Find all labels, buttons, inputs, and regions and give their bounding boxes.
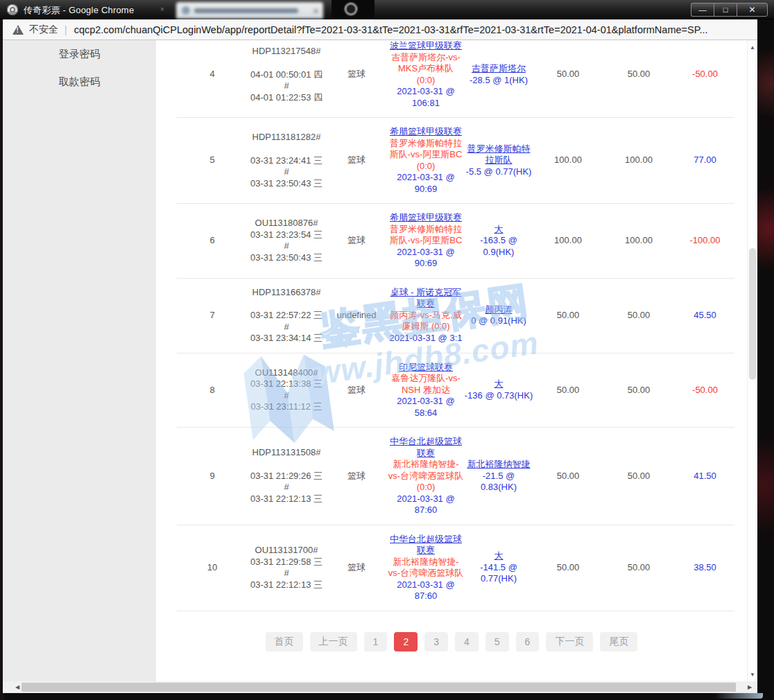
scroll-up-icon[interactable]: ▲ — [748, 42, 757, 53]
close-button[interactable]: ✕ — [737, 3, 768, 17]
not-secure-label[interactable]: 不安全 — [29, 24, 58, 36]
league-link[interactable]: 桌球 - 斯诺克冠军联赛 — [388, 287, 464, 310]
pagination-button[interactable]: 尾页 — [600, 632, 637, 651]
tab-favicon — [182, 6, 190, 15]
table-row: 6 OU113180876# 03-31 23:23:54 三 # 03-31 … — [177, 204, 734, 279]
bet-odds: -28.5 @ 1(HK) — [464, 75, 533, 87]
id-time-gap — [248, 459, 325, 471]
match-result: 2021-03-31 @ 87:60 — [388, 579, 464, 602]
blurred-tab[interactable]: ✕ — [176, 2, 323, 19]
bet-selection-link[interactable]: 新北裕隆纳智捷 — [464, 459, 533, 471]
bet-selection-link[interactable]: 大 — [464, 378, 533, 390]
match-result: 2021-03-31 @ 90:69 — [388, 247, 464, 270]
pagination-button[interactable]: 1 — [364, 632, 388, 651]
pagination-button[interactable]: 6 — [516, 632, 540, 651]
bet-id-cell: OU113180876# 03-31 23:23:54 三 # 03-31 23… — [248, 218, 325, 263]
bet-odds: -136 @ 0.73(HK) — [464, 390, 533, 402]
match-result: 2021-03-31 @ 58:64 — [388, 396, 464, 419]
league-link[interactable]: 希腊篮球甲级联赛 — [388, 126, 464, 138]
minimize-button[interactable]: — — [691, 3, 714, 17]
pagination-button[interactable]: 首页 — [266, 632, 303, 651]
horizontal-scrollbar[interactable]: ◀ ▶ — [3, 681, 757, 693]
vertical-scrollbar[interactable]: ▲ ▼ — [747, 40, 757, 681]
bet-id: HDP113166378# — [248, 287, 325, 299]
page-content: 登录密码 取款密码 4 HDP113217548# 04-01 00:50:01… — [3, 40, 757, 681]
scroll-right-icon[interactable]: ▶ — [743, 681, 756, 693]
bet-selection-link[interactable]: 吉普萨斯塔尔 — [464, 63, 533, 75]
bet-cell: 大 -141.5 @ 0.77(HK) — [464, 550, 533, 585]
bet-odds: -21.5 @ 0.83(HK) — [464, 471, 533, 493]
match-result: 2021-03-31 @ 106:81 — [388, 86, 464, 109]
bet-time-separator: # — [248, 80, 325, 92]
match-result: 2021-03-31 @ 87:60 — [388, 493, 464, 516]
match-cell: 桌球 - 斯诺克冠军联赛 颜丙涛-vs-马克.威廉姆斯 (0:0) 2021-0… — [388, 287, 464, 344]
sidebar-item-login-password[interactable]: 登录密码 — [3, 40, 156, 68]
pagination-button[interactable]: 3 — [424, 632, 448, 651]
bet-amount: 50.00 — [533, 471, 603, 482]
url-bar[interactable]: 不安全 | cqcp2.com/chuanQiCPLoginWeb/app/re… — [3, 19, 757, 40]
league-link[interactable]: 希腊篮球甲级联赛 — [388, 212, 464, 224]
league-link[interactable]: 印尼篮球联赛 — [388, 362, 464, 374]
sidebar-item-withdraw-password[interactable]: 取款密码 — [3, 68, 156, 96]
bet-selection-link[interactable]: 大 — [464, 224, 533, 236]
window-title: 传奇彩票 - Google Chrome — [24, 4, 134, 17]
bet-selection-link[interactable]: 颜丙涛 — [464, 304, 533, 316]
sidebar: 登录密码 取款密码 — [3, 40, 156, 681]
profile-badge — [332, 0, 375, 19]
vertical-scroll-thumb[interactable] — [749, 248, 756, 380]
pagination-button[interactable]: 5 — [485, 632, 509, 651]
profit-amount: -100.00 — [675, 235, 735, 247]
bet-id-cell: HDP113166378# 03-31 22:57:22 三 # 03-31 2… — [248, 287, 325, 344]
bet-cell: 颜丙涛 0 @ 0.91(HK) — [464, 304, 533, 327]
bet-time-start: 04-01 00:50:01 四 — [248, 69, 325, 81]
maximize-button[interactable]: □ — [714, 3, 737, 17]
pagination-button[interactable]: 4 — [455, 632, 479, 651]
pagination: 首页 上一页 1 2 3 4 5 6 下一页 尾页 — [156, 632, 747, 651]
bet-id: OU113148400# — [248, 367, 325, 379]
chrome-icon — [7, 4, 18, 15]
match-cell: 希腊篮球甲级联赛 普罗米修斯帕特拉斯队-vs-阿里斯BC (0:0) 2021-… — [388, 126, 464, 195]
bet-amount: 100.00 — [533, 155, 603, 166]
match-teams: 嘉鲁达万隆队-vs-NSH 雅加达 — [388, 373, 464, 396]
pagination-button[interactable]: 下一页 — [546, 632, 593, 651]
id-time-gap — [248, 298, 325, 310]
ghost-close-icon: × — [160, 6, 166, 12]
bet-selection-link[interactable]: 大 — [464, 550, 533, 562]
bet-time-separator: # — [248, 322, 325, 333]
pagination-button[interactable]: 上一页 — [310, 632, 357, 651]
league-link[interactable]: 中华台北超级篮球联赛 — [388, 436, 464, 459]
row-number: 9 — [177, 471, 248, 482]
bet-time-start: 03-31 23:23:54 三 — [248, 229, 325, 241]
tab-title-blur — [194, 8, 298, 13]
bet-selection-link[interactable]: 普罗米修斯帕特拉斯队 — [464, 143, 533, 166]
league-link[interactable]: 中华台北超级篮球联赛 — [388, 534, 464, 557]
sport-cell: 篮球 — [325, 562, 388, 574]
match-teams: 吉普萨斯塔尔-vs-MKS卢布林队 (0:0) — [388, 52, 464, 87]
id-time-gap — [248, 58, 325, 69]
bet-amount: 50.00 — [533, 385, 603, 396]
league-link[interactable]: 波兰篮球甲级联赛 — [388, 40, 464, 52]
match-teams: 颜丙涛-vs-马克.威廉姆斯 (0:0) — [388, 310, 464, 333]
bet-time-separator: # — [248, 390, 325, 402]
row-number: 8 — [177, 385, 248, 396]
bet-odds: 0 @ 0.91(HK) — [464, 315, 533, 327]
valid-amount: 50.00 — [603, 471, 675, 482]
tab-close-icon[interactable]: ✕ — [313, 7, 319, 16]
table-row: 8 OU113148400# 03-31 22:13:38 三 # 03-31 … — [177, 353, 734, 428]
match-cell: 中华台北超级篮球联赛 新北裕隆纳智捷-vs-台湾啤酒篮球队 2021-03-31… — [388, 534, 464, 602]
match-teams: 普罗米修斯帕特拉斯队-vs-阿里斯BC (0:0) — [388, 138, 464, 173]
horizontal-scroll-thumb[interactable] — [22, 683, 736, 692]
profit-amount: -50.00 — [675, 385, 735, 396]
sport-cell: 篮球 — [325, 69, 388, 80]
bet-time-separator: # — [248, 482, 325, 493]
url-text[interactable]: cqcp2.com/chuanQiCPLoginWeb/app/reportDe… — [74, 24, 708, 35]
bet-odds: -163.5 @ 0.9(HK) — [464, 235, 533, 258]
bet-cell: 大 -136 @ 0.73(HK) — [464, 378, 533, 401]
pagination-button[interactable]: 2 — [394, 632, 418, 651]
not-secure-warning-icon[interactable] — [12, 25, 24, 35]
bet-time-start: 03-31 22:13:38 三 — [248, 378, 325, 390]
valid-amount: 50.00 — [603, 69, 675, 80]
scroll-down-icon[interactable]: ▼ — [748, 669, 757, 680]
report-table-body: 4 HDP113217548# 04-01 00:50:01 四 # 04-01… — [177, 40, 734, 611]
profit-amount: 45.50 — [675, 310, 735, 322]
